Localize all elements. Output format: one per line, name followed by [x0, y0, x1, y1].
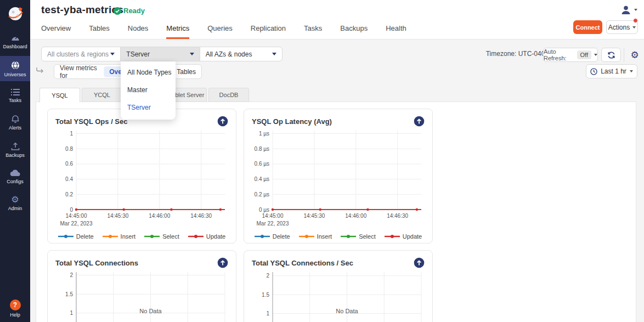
sidebar-item-tasks[interactable]: Tasks [0, 84, 30, 107]
chart-title: Total YSQL Connections [55, 259, 138, 267]
chart-plot: 21.51No Data [252, 269, 426, 322]
metric-tab-docdb[interactable]: DocDB [208, 88, 249, 102]
cloud-icon [10, 169, 21, 177]
tab-health[interactable]: Health [386, 24, 406, 39]
actions-button[interactable]: Actions [606, 20, 638, 34]
svg-text:Mar 22, 2023: Mar 22, 2023 [257, 221, 289, 227]
metric-tab-ycql[interactable]: YCQL [82, 88, 122, 102]
svg-text:0.2 µs: 0.2 µs [255, 191, 269, 197]
menu-item-tserver[interactable]: TServer [121, 99, 176, 116]
chart-options-icon[interactable] [414, 257, 425, 268]
chart-card-total-ysql-connections-sec: Total YSQL Connections / Sec 21.51No Dat… [244, 250, 433, 322]
tab-queries[interactable]: Queries [207, 24, 233, 39]
svg-text:0.4 µs: 0.4 µs [255, 176, 269, 182]
chevron-down-icon [634, 9, 637, 11]
azs-nodes-select[interactable]: All AZs & nodes [200, 47, 282, 61]
sidebar-item-alerts[interactable]: Alerts [0, 110, 30, 134]
divider [624, 48, 624, 62]
legend-line-icon [255, 234, 270, 239]
svg-text:0: 0 [70, 207, 73, 213]
sidebar-item-configs[interactable]: Configs [0, 165, 30, 188]
backup-upload-icon [10, 142, 20, 151]
connect-button[interactable]: Connect [573, 20, 602, 34]
node-type-select[interactable]: TServer [121, 47, 200, 61]
menu-item-all-node-types[interactable]: All Node Types [121, 64, 176, 81]
refresh-button[interactable] [601, 48, 621, 62]
universe-title: test-yba-metrics [41, 4, 123, 16]
legend-item-insert[interactable]: Insert [299, 233, 332, 240]
settings-gear-button[interactable]: ⚙ [626, 48, 643, 62]
indent-arrow-icon [36, 66, 44, 76]
metric-tab-ysql[interactable]: YSQL [39, 88, 80, 103]
sidebar-help: ? Help [0, 300, 30, 318]
tab-tasks[interactable]: Tasks [304, 24, 322, 39]
chart-card-total-ysql-connections: Total YSQL Connections 00.511.5200.511.5… [47, 250, 236, 322]
sidebar-item-label: Configs [7, 179, 24, 184]
charts-panel: Total YSQL Ops / Sec 00.20.40.60.8114:45… [36, 101, 636, 322]
chart-legend: DeleteInsertSelectUpdate [252, 230, 425, 242]
svg-text:2: 2 [70, 272, 73, 278]
svg-text:14:45:00: 14:45:00 [262, 213, 284, 219]
legend-line-icon [385, 234, 400, 239]
clusters-regions-select[interactable]: All clusters & regions [42, 47, 121, 61]
sidebar-item-label: Universes [4, 72, 26, 77]
chart-options-icon[interactable] [414, 116, 425, 127]
time-range-button[interactable]: Last 1 hr [586, 64, 637, 78]
legend-item-update[interactable]: Update [385, 233, 422, 240]
chart-options-icon[interactable] [217, 257, 228, 268]
svg-text:0.4: 0.4 [65, 176, 73, 182]
sidebar-nav: Dashboard Universes Tasks [0, 26, 30, 215]
metrics-main: All clusters & regions TServer All AZs &… [30, 39, 644, 322]
svg-text:14:46:30: 14:46:30 [190, 213, 212, 219]
chevron-down-icon [594, 54, 597, 56]
chevron-down-icon [632, 26, 636, 29]
universes-icon [10, 60, 20, 70]
sidebar-item-dashboard[interactable]: Dashboard [0, 29, 30, 53]
chart-title: Total YSQL Connections / Sec [252, 259, 353, 267]
legend-line-icon [103, 234, 118, 239]
sidebar-item-label: Alerts [9, 125, 21, 131]
svg-text:14:46:00: 14:46:00 [149, 213, 170, 219]
svg-text:1: 1 [70, 131, 73, 137]
help-label: Help [10, 312, 20, 318]
node-type-dropdown-menu: All Node Types Master TServer [121, 61, 176, 120]
sidebar-item-label: Tasks [9, 98, 21, 103]
chart-options-icon[interactable] [217, 116, 228, 127]
sidebar-item-backups[interactable]: Backups [0, 137, 30, 162]
svg-text:No Data: No Data [139, 308, 162, 314]
svg-text:Mar 22, 2023: Mar 22, 2023 [60, 221, 93, 227]
chevron-down-icon [272, 53, 276, 55]
legend-line-icon [341, 234, 356, 239]
help-icon[interactable]: ? [10, 300, 21, 310]
svg-text:1.5: 1.5 [262, 292, 269, 298]
sidebar-item-universes[interactable]: Universes [0, 56, 30, 81]
user-menu[interactable] [620, 4, 637, 15]
menu-item-master[interactable]: Master [121, 81, 176, 99]
legend-item-select[interactable]: Select [144, 233, 179, 240]
chart-plot: 0 µs0.2 µs0.4 µs0.6 µs0.8 µs1 µs14:45:00… [252, 128, 426, 230]
svg-text:14:46:30: 14:46:30 [387, 213, 408, 219]
tab-backups[interactable]: Backups [340, 24, 368, 39]
tab-replication[interactable]: Replication [251, 24, 286, 39]
legend-item-select[interactable]: Select [341, 233, 376, 240]
legend-item-update[interactable]: Update [188, 233, 225, 240]
tab-overview[interactable]: Overview [41, 24, 71, 39]
auto-refresh-control[interactable]: Auto Refresh: Off [543, 48, 598, 62]
sidebar-item-admin[interactable]: ⚙ Admin [0, 191, 30, 215]
tab-metrics[interactable]: Metrics [166, 24, 189, 39]
svg-text:2: 2 [266, 273, 269, 279]
yugabyte-logo-icon[interactable] [4, 3, 26, 25]
legend-item-delete[interactable]: Delete [58, 233, 94, 240]
sidebar: Dashboard Universes Tasks [0, 0, 30, 322]
tab-nodes[interactable]: Nodes [128, 24, 149, 39]
auto-refresh-value: Off [577, 50, 591, 59]
svg-text:0.2: 0.2 [65, 191, 73, 197]
legend-item-insert[interactable]: Insert [103, 233, 136, 240]
svg-text:0.6 µs: 0.6 µs [255, 161, 269, 167]
svg-text:14:45:00: 14:45:00 [66, 213, 87, 219]
gear-icon: ⚙ [11, 195, 19, 204]
topbar: test-yba-metrics Ready Overview Tables N… [30, 0, 644, 39]
tab-tables[interactable]: Tables [89, 24, 110, 39]
legend-item-delete[interactable]: Delete [255, 233, 290, 240]
chart-title: Total YSQL Ops / Sec [55, 117, 128, 126]
